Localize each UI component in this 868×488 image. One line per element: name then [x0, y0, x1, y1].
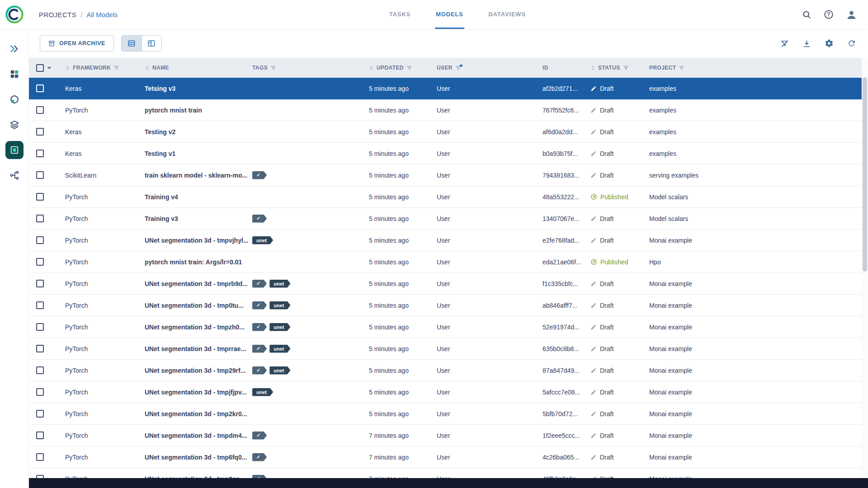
card-view-button[interactable]	[142, 36, 161, 51]
row-checkbox[interactable]	[36, 475, 44, 478]
search-icon[interactable]	[802, 10, 811, 19]
filter-icon-user[interactable]	[455, 65, 461, 71]
row-checkbox[interactable]	[36, 301, 44, 309]
tab-tasks[interactable]: TASKS	[388, 0, 411, 29]
row-checkbox[interactable]	[36, 84, 44, 92]
table-row[interactable]: PyTorch UNet segmentation 3d - tmp0tu...…	[29, 295, 862, 316]
sidebar-item-datasets[interactable]	[5, 116, 24, 134]
row-checkbox[interactable]	[36, 171, 44, 179]
table-row[interactable]: PyTorch UNet segmentation 3d - tmpzh0...…	[29, 316, 862, 338]
sidebar-item-home[interactable]	[5, 40, 24, 58]
sidebar-item-dashboard[interactable]	[5, 65, 24, 83]
table-row[interactable]: PyTorch UNet segmentation 3d - tmp2kr0..…	[29, 403, 862, 425]
table-row[interactable]: PyTorch UNet segmentation 3d - tmpjfjpv.…	[29, 381, 862, 403]
table-row[interactable]: Keras Testing v2 5 minutes ago User af6d…	[29, 121, 862, 143]
sort-icon-name[interactable]	[145, 65, 150, 71]
model-name-label[interactable]: UNet segmentation 3d - tmprrae...	[145, 345, 246, 352]
sidebar-item-pipelines[interactable]	[5, 166, 24, 184]
table-row[interactable]: PyTorch UNet segmentation 3d - tmprrae..…	[29, 338, 862, 360]
table-row[interactable]: PyTorch Training v3 ✓ 5 minutes ago User…	[29, 208, 862, 230]
sort-icon-status[interactable]	[590, 65, 595, 71]
table-row[interactable]: PyTorch pytorch mnist train 5 minutes ag…	[29, 99, 862, 121]
filter-icon-framework[interactable]	[113, 65, 119, 71]
table-view-button[interactable]	[122, 36, 142, 51]
breadcrumb-root[interactable]: PROJECTS	[39, 11, 76, 19]
sidebar-item-projects[interactable]	[5, 90, 24, 108]
table-row[interactable]: PyTorch UNet segmentation 3d - tmp6fq0..…	[29, 446, 862, 468]
table-row[interactable]: PyTorch UNet segmentation 3d - tmp0ap...…	[29, 468, 862, 478]
app-logo[interactable]	[0, 0, 29, 29]
download-icon[interactable]	[802, 39, 811, 48]
model-name-label[interactable]: pytorch mnist train: Args/lr=0.01	[145, 258, 242, 266]
model-name-label[interactable]: Testing v2	[145, 128, 175, 136]
row-checkbox[interactable]	[36, 215, 44, 222]
sidebar-item-models[interactable]	[5, 141, 24, 159]
model-name-label[interactable]: train sklearn model - sklearn-mo...	[145, 172, 247, 179]
column-header-name[interactable]: NAME	[152, 65, 169, 71]
row-checkbox[interactable]	[36, 280, 44, 287]
model-name-label[interactable]: UNet segmentation 3d - tmp6fq0...	[145, 454, 247, 461]
model-name-label[interactable]: Training v3	[145, 215, 178, 222]
model-name-label[interactable]: UNet segmentation 3d - tmp29rf...	[145, 367, 245, 374]
tab-dataviews[interactable]: DATAVIEWS	[488, 0, 527, 29]
table-row[interactable]: PyTorch pytorch mnist train: Args/lr=0.0…	[29, 251, 862, 273]
table-row[interactable]: PyTorch UNet segmentation 3d - tmpdm4...…	[29, 425, 862, 446]
model-name-label[interactable]: Testing v1	[145, 150, 175, 157]
row-checkbox[interactable]	[36, 388, 44, 396]
row-checkbox[interactable]	[36, 193, 44, 201]
column-header-status[interactable]: STATUS	[598, 65, 620, 71]
filter-reset-icon[interactable]	[780, 39, 789, 48]
open-archive-button[interactable]: OPEN ARCHIVE	[40, 35, 114, 52]
scrollbar-thumb[interactable]	[863, 77, 867, 272]
auto-refresh-icon[interactable]	[847, 39, 856, 48]
model-name-label[interactable]: Training v4	[145, 193, 178, 201]
row-checkbox[interactable]	[36, 366, 44, 374]
column-header-user[interactable]: USER	[437, 65, 453, 71]
selection-dropdown-caret-icon[interactable]	[47, 67, 52, 69]
model-name-label[interactable]: UNet segmentation 3d - tmpjfjpv...	[145, 389, 246, 396]
column-header-project[interactable]: PROJECT	[649, 65, 676, 71]
model-name-label[interactable]: UNet segmentation 3d - tmprb9d...	[145, 280, 248, 287]
model-name-label[interactable]: Tetsing v3	[145, 85, 175, 92]
user-avatar-icon[interactable]	[846, 9, 857, 20]
model-name-label[interactable]: UNet segmentation 3d - tmpvjhyl...	[145, 237, 248, 244]
select-all-checkbox[interactable]	[36, 64, 44, 72]
column-header-updated[interactable]: UPDATED	[377, 65, 404, 71]
model-name-label[interactable]: UNet segmentation 3d - tmpzh0...	[145, 324, 245, 331]
model-name-label[interactable]: UNet segmentation 3d - tmp0tu...	[145, 302, 244, 309]
table-row[interactable]: PyTorch UNet segmentation 3d - tmprb9d..…	[29, 273, 862, 295]
model-name-label[interactable]: UNet segmentation 3d - tmpdm4...	[145, 432, 247, 439]
row-checkbox[interactable]	[36, 128, 44, 136]
filter-icon-project[interactable]	[679, 65, 684, 71]
settings-icon[interactable]	[825, 39, 834, 48]
row-checkbox[interactable]	[36, 236, 44, 244]
table-row[interactable]: Keras Testing v1 5 minutes ago User b0a9…	[29, 143, 862, 164]
column-header-framework[interactable]: FRAMEWORK	[73, 65, 111, 71]
table-row[interactable]: PyTorch UNet segmentation 3d - tmpvjhyl.…	[29, 230, 862, 251]
row-checkbox[interactable]	[36, 258, 44, 266]
row-checkbox[interactable]	[36, 453, 44, 461]
row-checkbox[interactable]	[36, 106, 44, 114]
table-row[interactable]: Keras Tetsing v3 5 minutes ago User af2b…	[29, 78, 862, 99]
row-checkbox[interactable]	[36, 410, 44, 418]
help-icon[interactable]: ?	[824, 9, 834, 19]
table-row[interactable]: PyTorch UNet segmentation 3d - tmp29rf..…	[29, 360, 862, 381]
filter-icon-tags[interactable]	[270, 65, 276, 71]
breadcrumb-current[interactable]: All Models	[86, 11, 118, 19]
filter-icon-updated[interactable]	[406, 65, 412, 71]
row-checkbox[interactable]	[36, 150, 44, 157]
model-name-label[interactable]: UNet segmentation 3d - tmp2kr0...	[145, 410, 247, 418]
vertical-scrollbar[interactable]	[862, 58, 868, 478]
model-name-label[interactable]: pytorch mnist train	[145, 107, 202, 114]
sort-icon-updated[interactable]	[369, 65, 374, 71]
row-checkbox[interactable]	[36, 323, 44, 331]
column-header-tags[interactable]: TAGS	[252, 65, 268, 71]
row-checkbox[interactable]	[36, 432, 44, 439]
sort-icon-framework[interactable]	[65, 65, 70, 71]
table-row[interactable]: ScikitLearn train sklearn model - sklear…	[29, 164, 862, 186]
table-row[interactable]: PyTorch Training v4 5 minutes ago User 4…	[29, 186, 862, 208]
tab-models[interactable]: MODELS	[435, 0, 464, 29]
filter-icon-status[interactable]	[623, 65, 629, 71]
row-checkbox[interactable]	[36, 345, 44, 352]
column-header-id[interactable]: ID	[542, 65, 548, 71]
